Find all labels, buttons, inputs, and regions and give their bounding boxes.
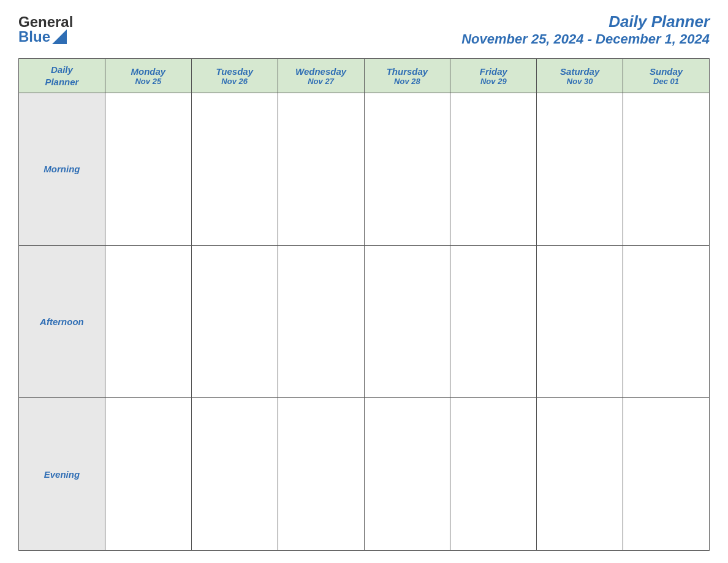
evening-thursday[interactable] <box>364 398 450 551</box>
header-thursday-date: Nov 28 <box>367 77 448 86</box>
logo-triangle-icon <box>52 29 67 44</box>
header-sunday-date: Dec 01 <box>626 77 707 86</box>
afternoon-wednesday[interactable] <box>278 245 364 398</box>
header-tuesday: Tuesday Nov 26 <box>191 59 278 93</box>
planner-table: Daily Planner Monday Nov 25 Tuesday Nov … <box>18 58 710 551</box>
afternoon-sunday[interactable] <box>623 245 710 398</box>
morning-row: Morning <box>19 93 710 246</box>
evening-sunday[interactable] <box>623 398 710 551</box>
morning-thursday[interactable] <box>364 93 450 246</box>
afternoon-tuesday[interactable] <box>191 245 278 398</box>
header-monday-name: Monday <box>108 66 189 77</box>
morning-tuesday[interactable] <box>191 93 278 246</box>
evening-tuesday[interactable] <box>191 398 278 551</box>
header-sunday-name: Sunday <box>626 66 707 77</box>
header-wednesday: Wednesday Nov 27 <box>278 59 364 93</box>
header-wednesday-date: Nov 27 <box>281 77 362 86</box>
morning-sunday[interactable] <box>623 93 710 246</box>
header-monday: Monday Nov 25 <box>105 59 191 93</box>
header-saturday: Saturday Nov 30 <box>537 59 623 93</box>
header-tuesday-date: Nov 26 <box>194 77 275 86</box>
header-thursday-name: Thursday <box>367 66 448 77</box>
header-wednesday-name: Wednesday <box>281 66 362 77</box>
header-daily-planner: Daily Planner <box>19 59 105 93</box>
evening-row: Evening <box>19 398 710 551</box>
morning-monday[interactable] <box>105 93 191 246</box>
logo: General Blue <box>18 15 73 45</box>
header-saturday-date: Nov 30 <box>539 77 620 86</box>
page-subtitle: November 25, 2024 - December 1, 2024 <box>461 31 710 47</box>
evening-friday[interactable] <box>450 398 537 551</box>
logo-text-general: General <box>18 15 73 29</box>
evening-wednesday[interactable] <box>278 398 364 551</box>
morning-saturday[interactable] <box>537 93 623 246</box>
evening-label: Evening <box>19 398 105 551</box>
header-col1-line2: Planner <box>45 77 78 87</box>
afternoon-monday[interactable] <box>105 245 191 398</box>
afternoon-label: Afternoon <box>19 245 105 398</box>
header-friday-date: Nov 29 <box>453 77 534 86</box>
header-friday-name: Friday <box>453 66 534 77</box>
morning-friday[interactable] <box>450 93 537 246</box>
header-sunday: Sunday Dec 01 <box>623 59 710 93</box>
page: General Blue Daily Planner November 25, … <box>0 0 728 563</box>
header-saturday-name: Saturday <box>539 66 620 77</box>
evening-monday[interactable] <box>105 398 191 551</box>
header-tuesday-name: Tuesday <box>194 66 275 77</box>
logo-text-blue: Blue <box>18 28 50 45</box>
afternoon-friday[interactable] <box>450 245 537 398</box>
title-block: Daily Planner November 25, 2024 - Decemb… <box>461 12 710 47</box>
morning-label: Morning <box>19 93 105 246</box>
afternoon-row: Afternoon <box>19 245 710 398</box>
header-col1-line1: Daily <box>51 64 73 75</box>
evening-saturday[interactable] <box>537 398 623 551</box>
morning-wednesday[interactable] <box>278 93 364 246</box>
header-thursday: Thursday Nov 28 <box>364 59 450 93</box>
header-friday: Friday Nov 29 <box>450 59 537 93</box>
header-monday-date: Nov 25 <box>108 77 189 86</box>
afternoon-saturday[interactable] <box>537 245 623 398</box>
header: General Blue Daily Planner November 25, … <box>18 12 710 47</box>
afternoon-thursday[interactable] <box>364 245 450 398</box>
table-header-row: Daily Planner Monday Nov 25 Tuesday Nov … <box>19 59 710 93</box>
page-title: Daily Planner <box>461 12 710 31</box>
